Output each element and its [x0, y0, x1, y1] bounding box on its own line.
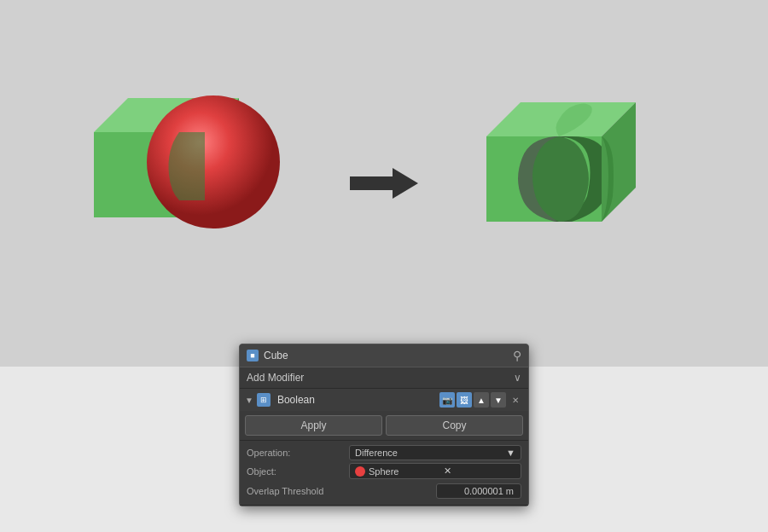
object-sphere-icon	[355, 466, 365, 477]
operation-label: Operation:	[247, 448, 349, 458]
cube-icon: ■	[247, 350, 259, 361]
svg-point-4	[147, 95, 280, 228]
close-modifier-button[interactable]: ✕	[508, 392, 523, 408]
operation-value-container: Difference ▼	[349, 445, 521, 460]
operation-dropdown[interactable]: Difference ▼	[349, 445, 521, 460]
camera-render-button[interactable]: 📷	[439, 392, 455, 408]
move-up-button[interactable]: ▲	[474, 392, 489, 408]
left-scene	[68, 64, 307, 303]
copy-button[interactable]: Copy	[386, 415, 523, 436]
right-scene-svg	[461, 64, 700, 303]
panel-title-row: ■ Cube	[247, 350, 288, 361]
dropdown-chevron-icon: ▼	[506, 448, 515, 458]
svg-marker-5	[350, 168, 418, 199]
apply-copy-row: Apply Copy	[240, 411, 528, 441]
collapse-arrow-icon[interactable]: ▼	[245, 396, 253, 405]
threshold-row: Overlap Threshold 0.000001 m	[247, 482, 521, 500]
add-modifier-row[interactable]: Add Modifier ∨	[240, 367, 528, 389]
add-modifier-dropdown-arrow: ∨	[514, 372, 521, 384]
render-button[interactable]: 🖼	[457, 392, 472, 408]
threshold-value[interactable]: 0.000001 m	[436, 483, 521, 499]
object-label: Object:	[247, 466, 349, 477]
pin-icon[interactable]: ⚲	[513, 349, 521, 362]
modifier-controls: 📷 🖼 ▲ ▼ ✕	[439, 392, 523, 408]
threshold-label: Overlap Threshold	[247, 486, 436, 496]
move-down-button[interactable]: ▼	[491, 392, 506, 408]
modifier-panel: ■ Cube ⚲ Add Modifier ∨ ▼ ⊞ Boolean 📷 🖼 …	[239, 344, 529, 506]
modifier-name-label: Boolean	[274, 394, 436, 406]
operation-field-row: Operation: Difference ▼	[247, 445, 521, 460]
panel-title: Cube	[264, 350, 288, 361]
object-value: Sphere	[369, 466, 440, 477]
arrow-svg	[350, 158, 418, 209]
operation-value: Difference	[355, 448, 398, 458]
object-field-row: Object: Sphere ✕	[247, 463, 521, 479]
modifier-title-row: ▼ ⊞ Boolean 📷 🖼 ▲ ▼ ✕	[240, 389, 528, 411]
boolean-modifier-section: ▼ ⊞ Boolean 📷 🖼 ▲ ▼ ✕ Apply Copy Operati…	[240, 389, 528, 506]
arrow	[350, 158, 418, 209]
right-scene	[461, 64, 700, 303]
left-scene-svg	[68, 64, 307, 303]
scene-area	[0, 0, 768, 367]
panel-header: ■ Cube ⚲	[240, 344, 528, 367]
remove-object-button[interactable]: ✕	[444, 466, 515, 477]
add-modifier-label: Add Modifier	[247, 372, 304, 384]
modifier-type-icon: ⊞	[257, 393, 271, 407]
object-selector[interactable]: Sphere ✕	[349, 463, 521, 479]
scene-container	[68, 64, 700, 303]
apply-button[interactable]: Apply	[245, 415, 382, 436]
fields-section: Operation: Difference ▼ Object: Sphere ✕	[240, 441, 528, 505]
object-value-container: Sphere ✕	[349, 463, 521, 479]
